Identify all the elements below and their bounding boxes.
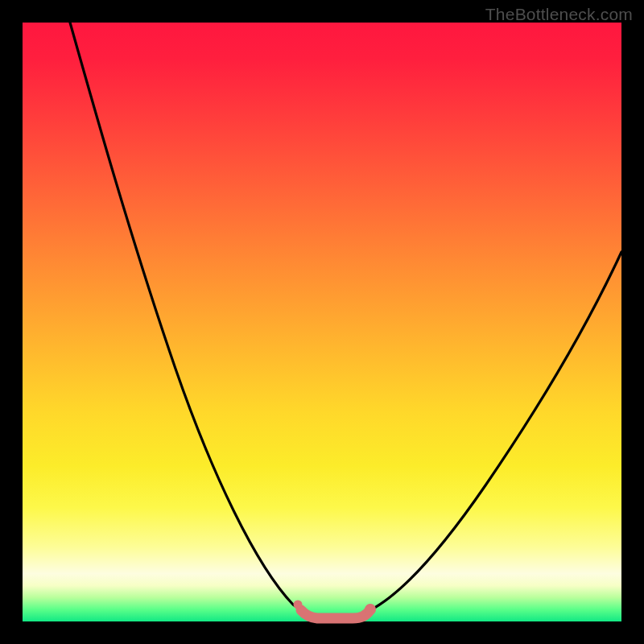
plot-area xyxy=(23,23,621,621)
left-branch-curve xyxy=(70,23,301,610)
curve-svg xyxy=(23,23,621,621)
valley-left-dot xyxy=(294,601,303,609)
right-branch-curve xyxy=(370,252,621,610)
valley-right-dot xyxy=(365,604,376,615)
chart-stage: TheBottleneck.com xyxy=(0,0,644,644)
valley-highlight-curve xyxy=(301,609,370,618)
watermark-text: TheBottleneck.com xyxy=(485,5,633,24)
